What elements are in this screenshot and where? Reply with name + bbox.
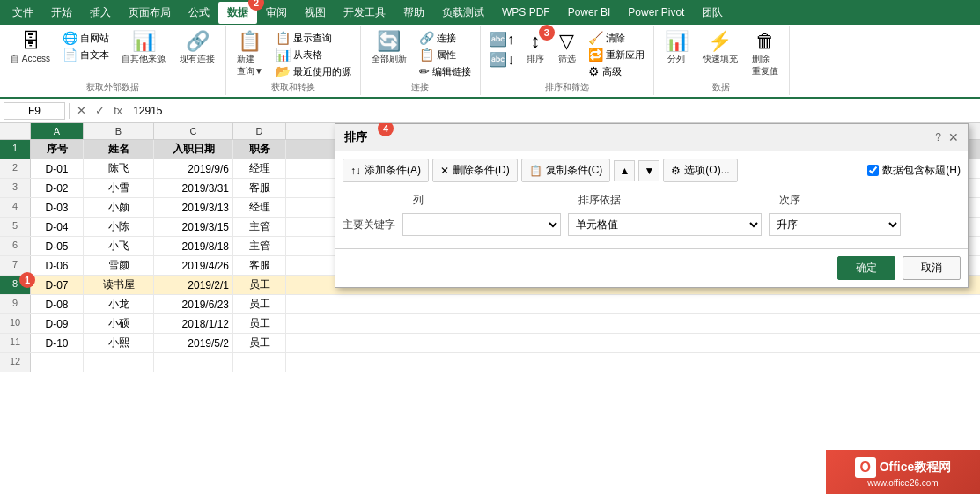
- cell-8-c[interactable]: 2019/2/1: [154, 276, 233, 294]
- cell-12-a[interactable]: [31, 353, 84, 372]
- cell-9-a[interactable]: D-08: [31, 295, 84, 313]
- cell-10-a[interactable]: D-09: [31, 314, 84, 333]
- cell-1-b[interactable]: 姓名: [84, 140, 154, 159]
- btn-ok[interactable]: 确定: [837, 256, 895, 280]
- cell-8-d[interactable]: 员工: [233, 276, 286, 294]
- cell-8-b[interactable]: 读书屋: [84, 276, 154, 294]
- btn-flash-fill[interactable]: ⚡ 快速填充: [697, 30, 743, 67]
- cell-10-b[interactable]: 小硕: [84, 314, 154, 333]
- cell-6-c[interactable]: 2019/8/18: [154, 237, 233, 255]
- cell-5-c[interactable]: 2019/3/15: [154, 218, 233, 236]
- cell-10-c[interactable]: 2018/1/12: [154, 314, 233, 333]
- formula-input[interactable]: 12915: [129, 105, 976, 117]
- cell-6-b[interactable]: 小飞: [84, 237, 154, 255]
- btn-web[interactable]: 🌐 自网站: [59, 30, 113, 46]
- sort-order-select[interactable]: 升序 降序: [769, 213, 901, 236]
- cell-9-d[interactable]: 员工: [233, 295, 286, 313]
- cell-12-b[interactable]: [84, 353, 154, 372]
- cell-2-d[interactable]: 经理: [233, 159, 286, 178]
- btn-advanced[interactable]: ⚙ 高级: [585, 63, 648, 79]
- cell-2-b[interactable]: 陈飞: [84, 159, 154, 178]
- cell-1-a[interactable]: 序号: [31, 140, 84, 159]
- menu-data[interactable]: 数据 2: [218, 2, 257, 24]
- cell-12-c[interactable]: [154, 353, 233, 372]
- header-checkbox[interactable]: [867, 165, 879, 176]
- cell-7-b[interactable]: 雪颜: [84, 256, 154, 275]
- btn-from-table[interactable]: 📊 从表格: [272, 47, 355, 63]
- cell-reference[interactable]: F9: [4, 102, 65, 120]
- menu-file[interactable]: 文件: [4, 2, 42, 24]
- menu-home[interactable]: 开始: [42, 2, 81, 24]
- menu-power-bi[interactable]: Power BI: [559, 3, 620, 22]
- cell-2-c[interactable]: 2019/9/6: [154, 159, 233, 178]
- sort-by-select[interactable]: 单元格值 单元格颜色 字体颜色: [568, 213, 762, 236]
- cell-12-d[interactable]: [233, 353, 286, 372]
- cell-11-d[interactable]: 员工: [233, 334, 286, 352]
- btn-sort-asc[interactable]: 🔤↑: [486, 30, 518, 48]
- btn-cancel[interactable]: 取消: [903, 256, 961, 280]
- menu-page-layout[interactable]: 页面布局: [120, 2, 180, 24]
- cell-11-b[interactable]: 小熙: [84, 334, 154, 352]
- col-header-c[interactable]: C: [154, 123, 233, 139]
- col-header-a[interactable]: A: [31, 123, 84, 139]
- btn-move-up[interactable]: ▲: [614, 160, 635, 181]
- btn-properties[interactable]: 📋 属性: [416, 47, 475, 63]
- btn-other-sources[interactable]: 📊 自其他来源: [116, 30, 171, 67]
- cell-5-a[interactable]: D-04: [31, 218, 84, 236]
- cell-8-a[interactable]: D-07: [31, 276, 84, 294]
- cell-4-c[interactable]: 2019/3/13: [154, 198, 233, 217]
- menu-wps-pdf[interactable]: WPS PDF: [493, 3, 559, 22]
- cell-3-a[interactable]: D-02: [31, 179, 84, 197]
- btn-copy-condition[interactable]: 📋 复制条件(C): [521, 159, 611, 182]
- menu-insert[interactable]: 插入: [81, 2, 120, 24]
- cell-7-d[interactable]: 客服: [233, 256, 286, 275]
- btn-edit-links[interactable]: ✏ 编辑链接: [416, 63, 475, 79]
- cell-11-a[interactable]: D-10: [31, 334, 84, 352]
- cell-10-d[interactable]: 员工: [233, 314, 286, 333]
- btn-new-query[interactable]: 📋 新建查询▼: [232, 30, 269, 79]
- cell-6-a[interactable]: D-05: [31, 237, 84, 255]
- btn-connection[interactable]: 🔗 连接: [416, 30, 475, 46]
- btn-refresh-all[interactable]: 🔄 全部刷新: [366, 30, 412, 67]
- menu-team[interactable]: 团队: [693, 2, 732, 24]
- cell-6-d[interactable]: 主管: [233, 237, 286, 255]
- btn-reapply[interactable]: 🔁 重新应用: [585, 47, 648, 63]
- menu-help[interactable]: 帮助: [394, 2, 433, 24]
- menu-devtools[interactable]: 开发工具: [335, 2, 394, 24]
- formula-cancel-btn[interactable]: ✕: [73, 103, 90, 118]
- btn-sort-desc[interactable]: 🔤↓: [486, 50, 518, 69]
- btn-remove-duplicates[interactable]: 🗑 删除重复值: [747, 30, 784, 79]
- cell-1-d[interactable]: 职务: [233, 140, 286, 159]
- btn-clear[interactable]: 🧹 清除: [585, 30, 648, 46]
- cell-1-c[interactable]: 入职日期: [154, 140, 233, 159]
- btn-show-queries[interactable]: 📋 显示查询: [272, 30, 355, 46]
- btn-delete-condition[interactable]: ✕ 删除条件(D): [432, 159, 518, 182]
- cell-7-c[interactable]: 2019/4/26: [154, 256, 233, 275]
- cell-5-d[interactable]: 主管: [233, 218, 286, 236]
- btn-move-down[interactable]: ▼: [638, 160, 659, 181]
- dialog-question-mark[interactable]: ?: [935, 131, 941, 144]
- formula-func-btn[interactable]: fx: [110, 103, 126, 118]
- cell-4-a[interactable]: D-03: [31, 198, 84, 217]
- btn-access[interactable]: 🗄 自 Access: [5, 30, 55, 67]
- btn-add-condition[interactable]: ↑↓ 添加条件(A): [343, 159, 429, 182]
- cell-2-a[interactable]: D-01: [31, 159, 84, 178]
- cell-7-a[interactable]: D-06: [31, 256, 84, 275]
- btn-options[interactable]: ⚙ 选项(O)...: [663, 159, 737, 182]
- cell-4-b[interactable]: 小颜: [84, 198, 154, 217]
- cell-3-c[interactable]: 2019/3/31: [154, 179, 233, 197]
- btn-split-col[interactable]: 📊 分列: [659, 30, 694, 67]
- formula-confirm-btn[interactable]: ✓: [92, 103, 108, 118]
- col-header-b[interactable]: B: [84, 123, 154, 139]
- dialog-close-btn[interactable]: ✕: [948, 130, 959, 144]
- sort-column-select[interactable]: 序号 姓名 入职日期 职务: [402, 213, 561, 236]
- menu-view[interactable]: 视图: [296, 2, 335, 24]
- cell-3-b[interactable]: 小雪: [84, 179, 154, 197]
- cell-4-d[interactable]: 经理: [233, 198, 286, 217]
- cell-11-c[interactable]: 2019/5/2: [154, 334, 233, 352]
- cell-9-c[interactable]: 2019/6/23: [154, 295, 233, 313]
- btn-filter[interactable]: ▽ 筛选: [553, 30, 581, 67]
- col-header-d[interactable]: D: [233, 123, 286, 139]
- btn-text[interactable]: 📄 自文本: [59, 47, 113, 63]
- cell-9-b[interactable]: 小龙: [84, 295, 154, 313]
